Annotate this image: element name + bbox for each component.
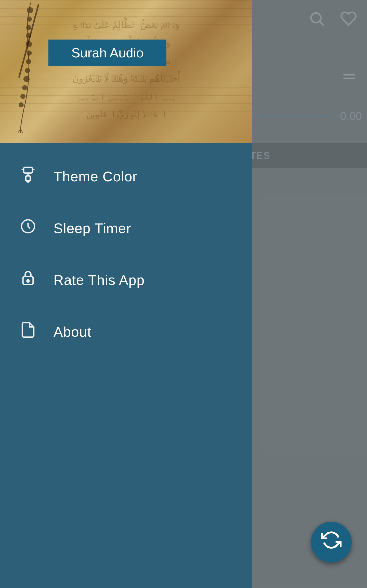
menu-items: Theme Color Sleep Timer Ra xyxy=(0,143,252,365)
svg-point-21 xyxy=(19,102,24,107)
svg-point-10 xyxy=(27,7,33,13)
svg-line-22 xyxy=(17,129,20,133)
svg-point-15 xyxy=(27,51,32,56)
refresh-icon xyxy=(321,530,342,555)
about-icon xyxy=(18,321,38,342)
svg-line-24 xyxy=(20,129,24,133)
svg-point-18 xyxy=(23,76,30,82)
svg-rect-26 xyxy=(26,176,30,181)
surah-audio-label: Surah Audio xyxy=(48,40,166,66)
rate-app-icon xyxy=(18,269,38,291)
rate-app-label: Rate This App xyxy=(54,272,145,288)
menu-item-sleep-timer[interactable]: Sleep Timer xyxy=(0,202,252,254)
fab-refresh-button[interactable] xyxy=(311,522,352,562)
about-label: About xyxy=(54,324,91,340)
svg-point-30 xyxy=(27,280,29,282)
svg-point-16 xyxy=(26,59,31,64)
svg-point-14 xyxy=(26,41,32,47)
svg-text:بِسۡمِ ٱللَّهِ ٱلرَّحۡمَٰنِ ٱل: بِسۡمِ ٱللَّهِ ٱلرَّحۡمَٰنِ ٱلرَّحِيمِ xyxy=(76,92,176,102)
theme-color-label: Theme Color xyxy=(54,168,137,185)
svg-text:أَخَذۡنَاهُم بَغۡتَةً وَهُمۡ ل: أَخَذۡنَاهُم بَغۡتَةً وَهُمۡ لَا يَشۡعُر… xyxy=(72,71,180,84)
svg-point-12 xyxy=(26,25,31,30)
menu-item-about[interactable]: About xyxy=(0,306,252,358)
right-overlay[interactable] xyxy=(252,0,367,588)
rosary-decoration xyxy=(0,0,64,133)
svg-text:وَيَوۡمَ يَعَضُّ ٱلظَّالِمُ عَ: وَيَوۡمَ يَعَضُّ ٱلظَّالِمُ عَلَىٰ يَدَي… xyxy=(73,17,180,30)
svg-point-19 xyxy=(22,85,27,90)
theme-color-icon xyxy=(18,166,38,187)
menu-item-rate-app[interactable]: Rate This App xyxy=(0,254,252,306)
svg-point-17 xyxy=(25,68,30,73)
svg-point-13 xyxy=(26,33,31,38)
menu-item-theme-color[interactable]: Theme Color xyxy=(0,151,252,202)
svg-rect-25 xyxy=(24,167,32,173)
sleep-timer-label: Sleep Timer xyxy=(54,220,131,236)
drawer: وَيَوۡمَ يَعَضُّ ٱلظَّالِمُ عَلَىٰ يَدَي… xyxy=(0,0,252,588)
sleep-timer-icon xyxy=(18,218,38,239)
drawer-image: وَيَوۡمَ يَعَضُّ ٱلظَّالِمُ عَلَىٰ يَدَي… xyxy=(0,0,252,143)
svg-text:الۡحَمۡدُ لِلَّهِ رَبِّ الۡعَٰ: الۡحَمۡدُ لِلَّهِ رَبِّ الۡعَٰلَمِينَ xyxy=(86,107,166,119)
svg-point-11 xyxy=(27,17,32,22)
svg-point-20 xyxy=(20,94,25,99)
